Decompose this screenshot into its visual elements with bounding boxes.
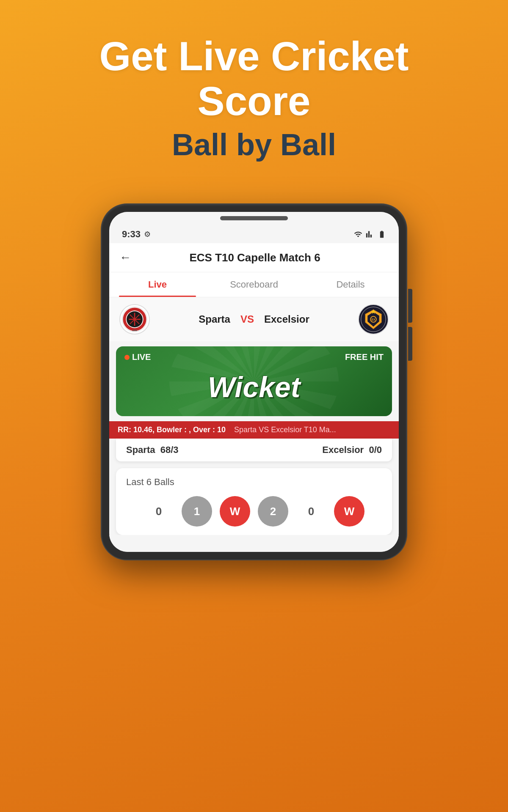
status-bar: 9:33 ⚙ [109, 224, 399, 243]
tab-live[interactable]: Live [109, 272, 206, 297]
header-title: Get Live Cricket Score [42, 34, 466, 123]
ball-2: 1 [182, 496, 212, 527]
phone-device: 9:33 ⚙ [102, 204, 406, 560]
ticker-right: Sparta VS Excelsior T10 Ma... [234, 425, 336, 434]
free-hit-badge: FREE HIT [345, 352, 384, 362]
ball-3: W [220, 496, 250, 527]
balls-row: 0 1 W 2 0 W [126, 496, 382, 527]
status-time: 9:33 [122, 229, 141, 240]
vs-label: VS [240, 313, 254, 325]
ball-5: 0 [296, 496, 326, 527]
team1-logo: 1866 [119, 304, 150, 335]
sparta-cricket-icon: 1866 [121, 306, 148, 332]
app-title: ECS T10 Capelle Match 6 [138, 251, 372, 264]
live-dot [124, 355, 130, 360]
team2-name: Excelsior [264, 313, 309, 325]
header-section: Get Live Cricket Score Ball by Ball [0, 0, 508, 179]
excelsior-icon: EX [360, 306, 387, 332]
teams-middle: Sparta VS Excelsior [154, 313, 354, 325]
ball-1: 0 [144, 496, 174, 527]
phone-wrapper: 9:33 ⚙ [0, 204, 508, 560]
svg-text:1866: 1866 [132, 329, 137, 332]
ball-4: 2 [258, 496, 288, 527]
score-card-header: LIVE FREE HIT [116, 346, 392, 362]
back-button[interactable]: ← [119, 251, 131, 264]
last-balls-section: Last 6 Balls 0 1 W 2 0 W [116, 468, 392, 535]
ticker-bar: RR: 10.46, Bowler : , Over : 10 Sparta V… [109, 421, 399, 439]
bottom-padding [109, 535, 399, 552]
team1-score: Sparta 68/3 [126, 444, 179, 455]
ball-6: W [334, 496, 364, 527]
team2-score: Excelsior 0/0 [322, 444, 382, 455]
team2-logo: EX [358, 304, 389, 335]
ticker-left: RR: 10.46, Bowler : , Over : 10 [118, 425, 226, 434]
tab-scoreboard[interactable]: Scoreboard [206, 272, 302, 297]
live-badge: LIVE [124, 352, 151, 362]
teams-row: 1866 Sparta VS Excelsior [109, 297, 399, 341]
phone-screen: 9:33 ⚙ [109, 212, 399, 552]
wifi-icon [354, 230, 362, 239]
svg-text:EX: EX [371, 318, 375, 321]
last-balls-title: Last 6 Balls [126, 477, 382, 488]
tabs-bar: Live Scoreboard Details [109, 272, 399, 297]
signal-icon [366, 230, 374, 239]
tab-details[interactable]: Details [302, 272, 399, 297]
settings-icon: ⚙ [144, 230, 151, 239]
status-icons [354, 230, 386, 239]
app-header: ← ECS T10 Capelle Match 6 [109, 243, 399, 272]
team1-name: Sparta [199, 313, 230, 325]
header-subtitle: Ball by Ball [42, 127, 466, 162]
wicket-label: Wicket [116, 362, 392, 416]
score-summary: Sparta 68/3 Excelsior 0/0 [116, 439, 392, 461]
phone-speaker [220, 216, 288, 220]
live-score-card: LIVE FREE HIT Wicket [116, 346, 392, 416]
battery-icon [378, 230, 386, 239]
